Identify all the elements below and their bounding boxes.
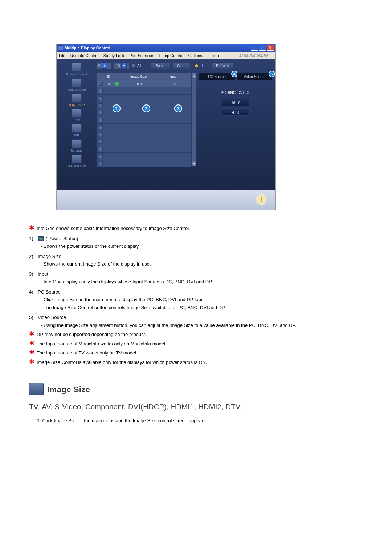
app-icon: [58, 45, 63, 50]
minimize-button[interactable]: _: [251, 45, 258, 51]
star-icon: ✱: [29, 341, 34, 346]
callout-5: 5: [269, 71, 275, 77]
sidebar-item-pip[interactable]: PIP: [59, 124, 94, 137]
table-row[interactable]: [97, 160, 191, 167]
table-row[interactable]: 0 16:9 PC: [97, 80, 191, 87]
note-3: The Input source of TV works only on TV …: [37, 349, 138, 357]
list-sub: - The Image Size Control button controls…: [41, 304, 363, 311]
list-num: 4): [29, 288, 36, 296]
range-start-value: 0: [98, 64, 101, 68]
table-row[interactable]: [97, 87, 191, 95]
list-num: 2): [29, 253, 36, 260]
panel-subtitle: PC, BNC, DVI, DP: [199, 91, 273, 95]
menu-file[interactable]: File: [59, 53, 65, 58]
sidebar: Power Control Input Source Image Size Ti…: [59, 61, 94, 168]
scroll-down-icon[interactable]: ▾: [192, 161, 196, 166]
menu-help[interactable]: Help: [211, 53, 219, 58]
list-num: 3): [29, 271, 36, 278]
table-row[interactable]: [97, 109, 191, 116]
range-end-combo[interactable]: 10 ▾: [114, 62, 129, 69]
range-start-combo[interactable]: 0 ▾: [97, 62, 112, 69]
sidebar-item-settings[interactable]: Settings: [59, 139, 94, 152]
list-sub: - Info Grid displays only the displays w…: [41, 278, 363, 286]
right-panel: PC Source 4 Video Source 5 PC, BNC, DVI,…: [199, 73, 273, 118]
maintenance-icon: [72, 155, 82, 163]
table-row[interactable]: [97, 102, 191, 109]
document-body: ✱ Info Grid shows some basic information…: [29, 225, 363, 424]
idle-label: Idle: [200, 64, 205, 68]
ratio-16-9-button[interactable]: 16 : 9: [222, 99, 250, 106]
sidebar-item-time[interactable]: Time: [59, 109, 94, 122]
select-all-label: All: [137, 64, 141, 68]
row-checkbox[interactable]: [99, 147, 103, 151]
menu-port[interactable]: Port Selection: [129, 53, 154, 58]
close-button[interactable]: X: [267, 45, 274, 51]
sidebar-item-maintenance[interactable]: Maintenance: [59, 155, 94, 168]
select-button[interactable]: Select: [151, 62, 170, 69]
table-row[interactable]: [97, 116, 191, 124]
list-item-5: Video Source: [38, 314, 66, 321]
titlebar: Multiple Display Control _ □ X: [57, 44, 275, 52]
row-checkbox[interactable]: [99, 154, 103, 158]
menu-safety[interactable]: Safety Lock: [103, 53, 124, 58]
window-title: Multiple Display Control: [65, 46, 110, 50]
list-item-4: PC Source: [38, 288, 61, 296]
time-icon: [72, 109, 82, 118]
power-status-icon: [115, 82, 119, 86]
intro-text: Info Grid shows some basic information n…: [37, 225, 190, 232]
menu-options[interactable]: Options...: [188, 53, 205, 58]
menu-lamp[interactable]: Lamp Control: [159, 53, 183, 58]
row-checkbox[interactable]: [99, 161, 103, 165]
table-row[interactable]: [97, 138, 191, 145]
scrollbar[interactable]: ▴ ▾: [192, 73, 196, 167]
row-checkbox[interactable]: [99, 96, 103, 100]
col-check[interactable]: [97, 73, 105, 80]
scroll-up-icon[interactable]: ▴: [192, 73, 196, 78]
tab-pc-source[interactable]: PC Source 4: [199, 73, 235, 81]
chevron-down-icon[interactable]: ▾: [121, 63, 127, 69]
col-input[interactable]: Input: [156, 73, 191, 80]
cell-input: PC: [156, 80, 191, 87]
table-row[interactable]: [97, 95, 191, 102]
info-grid: ID Image Size Input 0 16:9 PC: [97, 73, 192, 167]
sidebar-item-image-size[interactable]: Image Size: [59, 94, 94, 107]
maximize-button[interactable]: □: [259, 45, 266, 51]
row-checkbox[interactable]: [99, 89, 103, 93]
star-icon: ✱: [29, 350, 34, 355]
section-heading: Image Size: [29, 383, 363, 395]
clear-button[interactable]: Clear: [172, 62, 191, 69]
list-item-3: Input: [38, 271, 48, 278]
list-sub: - Shows the power status of the current …: [41, 243, 363, 250]
select-all-checkbox[interactable]: All: [131, 63, 141, 68]
row-checkbox[interactable]: [99, 82, 103, 86]
row-checkbox[interactable]: [99, 111, 103, 115]
refresh-button[interactable]: Refresh: [211, 62, 233, 69]
col-id[interactable]: ID: [105, 73, 113, 80]
tab-video-source[interactable]: Video Source 5: [237, 73, 273, 81]
col-power[interactable]: [113, 73, 121, 80]
power-icon: [72, 63, 82, 72]
table-row[interactable]: [97, 124, 191, 131]
image-size-icon: [72, 94, 82, 102]
list-num: 5): [29, 314, 36, 321]
idle-indicator: Idle: [195, 64, 205, 68]
table-row[interactable]: [97, 131, 191, 138]
col-image-size[interactable]: Image Size: [121, 73, 156, 80]
sidebar-item-input-source[interactable]: Input Source: [59, 78, 94, 91]
tab-video-label: Video Source: [244, 75, 265, 79]
menu-bar: File Remote Control Safety Lock Port Sel…: [57, 52, 275, 59]
chevron-down-icon[interactable]: ▾: [102, 63, 107, 69]
sidebar-item-power-control[interactable]: Power Control: [59, 63, 94, 76]
row-checkbox[interactable]: [99, 118, 103, 122]
row-checkbox[interactable]: [99, 103, 103, 107]
table-row[interactable]: [97, 153, 191, 160]
ratio-4-3-button[interactable]: 4 : 3: [222, 108, 250, 116]
row-checkbox[interactable]: [99, 132, 103, 136]
menu-remote[interactable]: Remote Control: [70, 53, 98, 58]
table-row[interactable]: [97, 145, 191, 153]
tab-pc-label: PC Source: [208, 75, 226, 79]
list-item-2: Image Size: [38, 253, 61, 260]
row-checkbox[interactable]: [99, 140, 103, 144]
row-checkbox[interactable]: [99, 125, 103, 129]
list-sub: - Using the Image Size adjustment button…: [41, 322, 363, 329]
